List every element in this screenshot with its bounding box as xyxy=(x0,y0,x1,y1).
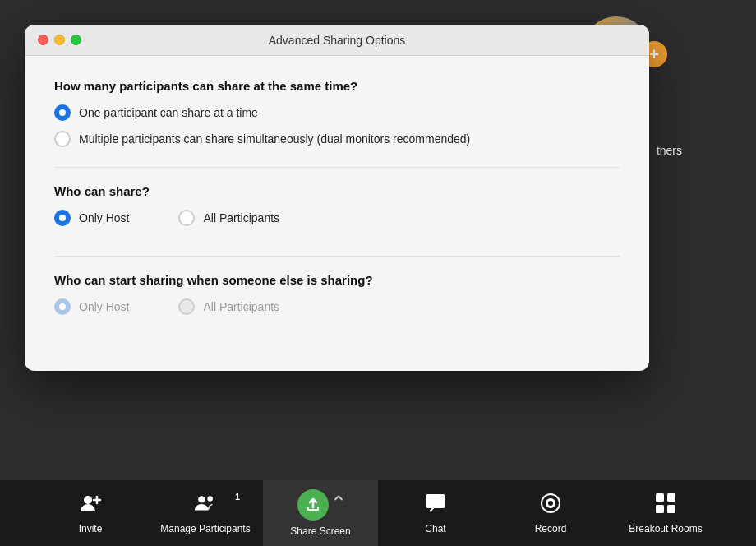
one-participant-option[interactable]: One participant can share at a time xyxy=(54,104,620,121)
svg-rect-9 xyxy=(656,493,664,502)
all-participants-share-option[interactable]: All Participants xyxy=(178,210,279,226)
modal-body: How many participants can share at the s… xyxy=(25,56,649,371)
share-screen-icon xyxy=(297,489,329,521)
all-participants-start-label: All Participants xyxy=(203,300,279,313)
svg-point-8 xyxy=(548,501,553,506)
svg-rect-11 xyxy=(656,505,664,513)
svg-rect-12 xyxy=(667,505,675,513)
only-host-start-option: Only Host xyxy=(54,298,129,315)
traffic-lights xyxy=(38,35,81,45)
share-screen-chevron-icon[interactable] xyxy=(334,493,343,505)
share-screen-button[interactable]: Share Screen xyxy=(263,480,378,546)
breakout-rooms-icon xyxy=(654,492,677,518)
invite-button[interactable]: Invite xyxy=(33,480,148,546)
who-start-sharing-section: Who can start sharing when someone else … xyxy=(54,273,620,325)
record-label: Record xyxy=(535,523,567,534)
manage-participants-label: Manage Participants xyxy=(160,523,250,534)
maximize-button[interactable] xyxy=(71,35,81,45)
close-button[interactable] xyxy=(38,35,48,45)
all-participants-start-option: All Participants xyxy=(178,298,279,315)
share-screen-label: Share Screen xyxy=(290,525,350,537)
divider-2 xyxy=(54,256,620,257)
participants-badge: 1 xyxy=(235,492,240,502)
who-can-share-section: Who can share? Only Host All Participant… xyxy=(54,184,620,236)
svg-point-4 xyxy=(207,496,213,502)
svg-point-0 xyxy=(84,496,92,504)
multiple-participants-radio[interactable] xyxy=(54,131,71,147)
one-participant-radio[interactable] xyxy=(54,104,71,121)
manage-participants-icon xyxy=(194,492,217,518)
divider-1 xyxy=(54,167,620,168)
toolbar: Invite Manage Participants 1 xyxy=(0,480,756,546)
participants-share-question: How many participants can share at the s… xyxy=(54,79,620,93)
manage-participants-button[interactable]: Manage Participants 1 xyxy=(148,480,263,546)
who-start-sharing-question: Who can start sharing when someone else … xyxy=(54,273,620,287)
who-can-share-question: Who can share? xyxy=(54,184,620,198)
all-participants-share-label: All Participants xyxy=(203,211,279,224)
who-start-sharing-options: Only Host All Participants xyxy=(54,298,620,325)
only-host-share-option[interactable]: Only Host xyxy=(54,210,129,226)
all-participants-share-radio[interactable] xyxy=(178,210,195,226)
participants-share-section: How many participants can share at the s… xyxy=(54,79,620,147)
chat-label: Chat xyxy=(425,523,445,534)
others-label: thers xyxy=(657,144,682,157)
breakout-rooms-label: Breakout Rooms xyxy=(629,523,702,534)
modal-title: Advanced Sharing Options xyxy=(269,34,406,47)
chat-button[interactable]: Chat xyxy=(378,480,493,546)
all-participants-start-radio xyxy=(178,298,195,315)
only-host-share-label: Only Host xyxy=(79,211,129,224)
svg-rect-10 xyxy=(667,493,675,502)
minimize-button[interactable] xyxy=(54,35,65,45)
svg-rect-5 xyxy=(426,494,445,508)
record-icon xyxy=(539,492,562,518)
invite-label: Invite xyxy=(79,523,103,534)
record-button[interactable]: Record xyxy=(493,480,608,546)
only-host-share-radio[interactable] xyxy=(54,210,71,226)
multiple-participants-label: Multiple participants can share simultan… xyxy=(79,132,470,146)
invite-icon xyxy=(79,492,102,518)
modal-titlebar: Advanced Sharing Options xyxy=(25,25,649,56)
only-host-start-radio xyxy=(54,298,71,315)
breakout-rooms-button[interactable]: Breakout Rooms xyxy=(608,480,723,546)
svg-point-3 xyxy=(198,496,205,502)
one-participant-label: One participant can share at a time xyxy=(79,106,258,119)
multiple-participants-option[interactable]: Multiple participants can share simultan… xyxy=(54,131,620,147)
only-host-start-label: Only Host xyxy=(79,300,129,313)
advanced-sharing-options-dialog: Advanced Sharing Options How many partic… xyxy=(25,25,649,371)
chat-icon xyxy=(424,492,447,518)
who-can-share-options: Only Host All Participants xyxy=(54,210,620,236)
